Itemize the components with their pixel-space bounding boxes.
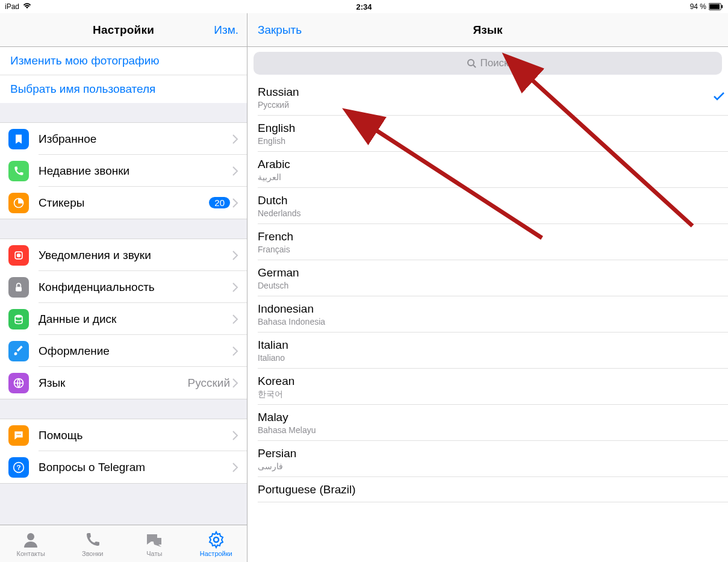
chevron-right-icon	[232, 198, 243, 208]
svg-point-16	[468, 60, 474, 66]
language-name: Portuguese (Brazil)	[258, 482, 718, 497]
tab-bar: Контакты Звонки Чаты Настройки	[0, 525, 247, 562]
search-placeholder: Поиск	[480, 57, 508, 69]
language-row[interactable]: Arabicالعربية	[247, 152, 728, 188]
faq-row[interactable]: ? Вопросы о Telegram	[0, 451, 247, 483]
tab-label: Настройки	[200, 550, 232, 557]
status-bar: iPad 2:34 94 %	[0, 0, 728, 13]
recent-calls-row[interactable]: Недавние звонки	[0, 155, 247, 187]
data-storage-row[interactable]: Данные и диск	[0, 303, 247, 335]
svg-rect-1	[709, 4, 720, 9]
search-icon	[467, 58, 476, 68]
database-icon	[8, 309, 29, 329]
language-name: Persian	[258, 446, 718, 461]
language-name: Korean	[258, 374, 718, 389]
language-row[interactable]: GermanDeutsch	[247, 260, 728, 296]
settings-nav-bar: Настройки Изм.	[0, 13, 247, 47]
language-row[interactable]: Korean한국어	[247, 369, 728, 405]
language-row[interactable]: DutchNederlands	[247, 188, 728, 224]
language-native: Français	[258, 244, 718, 255]
question-icon: ?	[8, 457, 29, 478]
close-button[interactable]: Закрыть	[258, 23, 302, 37]
svg-point-14	[27, 533, 34, 540]
svg-point-5	[17, 254, 20, 257]
language-native: فارسی	[258, 461, 718, 472]
row-label: Помощь	[39, 429, 232, 442]
change-photo-link[interactable]: Изменить мою фотографию	[0, 47, 247, 75]
sticker-icon	[8, 193, 29, 213]
language-row[interactable]: ItalianItaliano	[247, 333, 728, 369]
tab-contacts[interactable]: Контакты	[0, 525, 62, 562]
language-list[interactable]: RussianРусскийEnglishEnglishArabicالعربي…	[247, 80, 728, 562]
tab-settings[interactable]: Настройки	[185, 525, 247, 562]
language-detail-pane: Закрыть Язык Поиск RussianРусскийEnglish…	[247, 13, 728, 562]
svg-text:?: ?	[16, 463, 20, 471]
favorites-row[interactable]: Избранное	[0, 123, 247, 155]
svg-point-11	[20, 434, 21, 435]
tab-label: Звонки	[82, 550, 104, 557]
language-native: English	[258, 136, 718, 146]
language-native: العربية	[258, 172, 718, 183]
row-label: Стикеры	[39, 196, 209, 210]
chevron-right-icon	[232, 346, 243, 356]
chevron-right-icon	[232, 134, 243, 144]
row-label: Данные и диск	[39, 313, 232, 326]
language-native: Nederlands	[258, 208, 718, 219]
svg-rect-6	[16, 287, 22, 292]
tab-calls[interactable]: Звонки	[62, 525, 124, 562]
language-name: English	[258, 121, 718, 136]
chevron-right-icon	[232, 378, 243, 388]
language-native: Italiano	[258, 352, 718, 363]
language-nav-bar: Закрыть Язык	[247, 13, 728, 47]
device-label: iPad	[5, 2, 19, 11]
notifications-icon	[8, 245, 29, 266]
language-row[interactable]: RussianРусский	[247, 80, 728, 116]
row-label: Конфиденциальность	[39, 281, 232, 294]
row-label: Уведомления и звуки	[39, 249, 232, 262]
settings-title: Настройки	[93, 23, 154, 37]
row-label: Оформление	[39, 345, 232, 358]
brush-icon	[8, 341, 29, 361]
row-label: Недавние звонки	[39, 164, 232, 178]
language-native: Bahasa Indonesia	[258, 316, 718, 327]
checkmark-icon	[714, 92, 724, 103]
tab-label: Чаты	[146, 550, 162, 557]
svg-point-9	[17, 434, 18, 435]
privacy-row[interactable]: Конфиденциальность	[0, 271, 247, 303]
globe-icon	[8, 373, 29, 393]
svg-point-15	[214, 537, 219, 542]
chevron-right-icon	[232, 431, 243, 440]
chevron-right-icon	[232, 166, 243, 176]
tab-chats[interactable]: Чаты	[123, 525, 185, 562]
language-native: Bahasa Melayu	[258, 425, 718, 436]
chevron-right-icon	[232, 463, 243, 472]
appearance-row[interactable]: Оформление	[0, 335, 247, 367]
language-row[interactable]: EnglishEnglish	[247, 116, 728, 152]
status-time: 2:34	[356, 2, 372, 11]
tab-label: Контакты	[16, 550, 45, 557]
notifications-row[interactable]: Уведомления и звуки	[0, 239, 247, 271]
phone-icon	[8, 161, 29, 181]
help-row[interactable]: Помощь	[0, 419, 247, 451]
language-row[interactable]: FrenchFrançais	[247, 224, 728, 260]
search-input[interactable]: Поиск	[254, 52, 722, 75]
language-row[interactable]: Portuguese (Brazil)	[247, 477, 728, 502]
row-label: Вопросы о Telegram	[39, 461, 232, 474]
language-native: Русский	[258, 99, 718, 110]
language-title: Язык	[473, 23, 503, 37]
row-label: Язык	[39, 376, 188, 390]
choose-username-link[interactable]: Выбрать имя пользователя	[0, 75, 247, 103]
stickers-row[interactable]: Стикеры 20	[0, 187, 247, 219]
row-label: Избранное	[39, 133, 232, 146]
language-row[interactable]: IndonesianBahasa Indonesia	[247, 296, 728, 333]
chevron-right-icon	[232, 283, 243, 292]
lock-icon	[8, 277, 29, 298]
language-row[interactable]: MalayBahasa Melayu	[247, 405, 728, 441]
language-row[interactable]: Persianفارسی	[247, 441, 728, 477]
language-row[interactable]: Язык Русский	[0, 367, 247, 399]
edit-button[interactable]: Изм.	[214, 23, 238, 37]
language-name: Arabic	[258, 157, 718, 172]
language-name: Indonesian	[258, 302, 718, 316]
svg-point-10	[18, 434, 19, 435]
chevron-right-icon	[232, 251, 243, 260]
